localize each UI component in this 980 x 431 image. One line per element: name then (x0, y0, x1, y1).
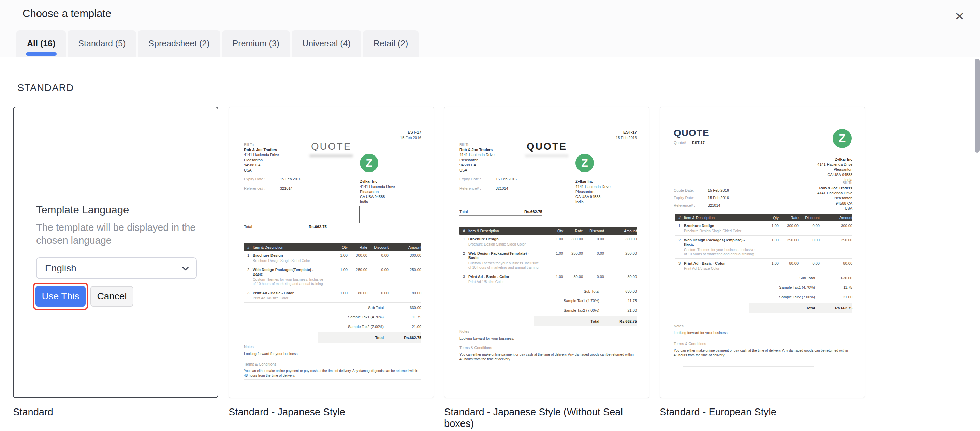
doc-title: QUOTE (674, 127, 710, 138)
company-logo: Z (360, 154, 378, 172)
invoice-items-table: # Item & Description Qty Rate Discount A… (675, 214, 853, 313)
selected-template-card: Template Language The template will be d… (13, 107, 218, 398)
total-summary-line: TotalRs.662.75 (460, 210, 542, 217)
bill-to-block: Bill To Rob & Joe Traders 4141 Hacienda … (244, 142, 279, 173)
terms-block: Terms & Conditions You can either make o… (674, 342, 853, 358)
subtotal-row: Sub Total630.00 (749, 273, 853, 283)
active-tab-underline (26, 52, 57, 56)
language-select-value: English (45, 263, 76, 274)
template-name-japanese-no-seal: Standard - Japanese Style (Without Seal … (444, 406, 630, 429)
tax2-row: Sample Tax2 (7.00%)21.00 (318, 322, 421, 331)
template-name-standard: Standard (13, 406, 199, 418)
table-row: 2 Web Design Packages(Template) - BasicC… (460, 249, 637, 272)
reference-row: Reference# :321014 (674, 203, 721, 208)
tax1-row: Sample Tax1 (4.70%)11.75 (749, 283, 853, 292)
tab-standard[interactable]: Standard (5) (68, 30, 136, 57)
tax1-row: Sample Tax1 (4.70%)11.75 (318, 312, 421, 322)
template-cards-row: Template Language The template will be d… (13, 107, 865, 429)
footer-divider (683, 366, 814, 367)
expiry-date-row: Expiry Date:15 Feb 2016 (674, 196, 729, 200)
use-this-highlight-box: Use This (33, 283, 88, 310)
total-row: TotalRs.662.75 (534, 316, 637, 326)
template-name-european: Standard - European Style (660, 406, 846, 418)
vertical-scrollbar[interactable] (975, 59, 980, 153)
bill-to-block: Bill To Rob & Joe Traders 4141 Hacienda … (460, 142, 495, 173)
reference-row: Reference# :321014 (460, 186, 508, 191)
tab-spreadsheet-label: Spreadsheet (2) (148, 38, 210, 48)
template-name-japanese: Standard - Japanese Style (229, 406, 414, 418)
tab-all-label: All (16) (27, 38, 55, 48)
total-row: TotalRs.662.75 (318, 332, 421, 343)
page-title: Choose a template (22, 8, 111, 20)
expiry-date-row: Expiry Date :15 Feb 2016 (244, 177, 301, 182)
notes-block: Notes Looking forward for your business. (460, 329, 637, 340)
quote-number-row: Quote#EST-17 (674, 140, 705, 145)
modal-header: Choose a template ✕ All (16) Standard (5… (0, 0, 980, 57)
doc-subtitle-smudge (525, 154, 569, 157)
table-header: # Item & Description Qty Rate Discount A… (460, 227, 637, 235)
table-row: 1 Brochure DesignBrochure Design Single … (460, 235, 637, 249)
footer-divider (460, 377, 637, 377)
tab-spreadsheet[interactable]: Spreadsheet (2) (138, 30, 220, 57)
doc-number-block: EST-17 15 Feb 2016 (616, 130, 637, 140)
seal-boxes (359, 206, 422, 223)
total-summary-line: TotalRs.662.75 (244, 225, 327, 232)
tab-premium-label: Premium (3) (232, 38, 280, 48)
tax1-row: Sample Tax1 (4.70%)11.75 (534, 296, 637, 305)
company-logo: Z (576, 154, 594, 172)
tab-retail[interactable]: Retail (2) (363, 30, 418, 57)
company-logo: Z (833, 129, 852, 148)
invoice-items-table: # Item & Description Qty Rate Discount A… (460, 227, 637, 326)
table-row: 1 Brochure DesignBrochure Design Single … (675, 221, 853, 235)
total-row: TotalRs.662.75 (749, 303, 853, 313)
tab-universal-label: Universal (4) (302, 38, 351, 48)
language-panel-title: Template Language (36, 204, 129, 216)
tax2-row: Sample Tax2 (7.00%)21.00 (749, 292, 853, 302)
tab-universal[interactable]: Universal (4) (292, 30, 361, 57)
tab-premium[interactable]: Premium (3) (222, 30, 290, 57)
table-row: 1 Brochure DesignBrochure Design Single … (244, 251, 421, 265)
language-panel-description: The template will be displayed in the ch… (36, 221, 200, 247)
subtotal-row: Sub Total630.00 (318, 303, 421, 312)
bill-to-block: Bill To Rob & Joe Traders 4141 Hacienda … (817, 180, 853, 211)
use-this-button[interactable]: Use This (35, 286, 86, 307)
company-address-block: Zylkar Inc 4141 Hacienda Drive Pleasanto… (817, 157, 853, 183)
seal-box (360, 206, 380, 223)
doc-number-block: EST-17 15 Feb 2016 (400, 130, 421, 140)
invoice-items-table: # Item & Description Qty Rate Discount A… (244, 243, 421, 343)
tab-bar: All (16) Standard (5) Spreadsheet (2) Pr… (16, 30, 420, 57)
expiry-date-row: Expiry Date :15 Feb 2016 (460, 177, 517, 182)
company-address-block: Zylkar Inc 4141 Hacienda Drive Pleasanto… (576, 179, 611, 205)
footer-divider (244, 379, 421, 380)
table-row: 3 Print Ad - Basic - ColorPrint Ad 1/8 s… (675, 259, 853, 273)
table-row: 2 Web Design Packages(Template) - BasicC… (675, 235, 853, 259)
notes-block: Notes Looking forward for your business. (244, 345, 421, 356)
tab-retail-label: Retail (2) (374, 38, 408, 48)
template-thumb-japanese[interactable]: EST-17 15 Feb 2016 QUOTE Bill To Rob & J… (229, 107, 434, 398)
company-address-block: Zylkar Inc 4141 Hacienda Drive Pleasanto… (360, 179, 395, 205)
doc-subtitle-smudge (309, 154, 353, 157)
table-row: 3 Print Ad - Basic - ColorPrint Ad 1/8 s… (460, 272, 637, 286)
template-thumb-european[interactable]: QUOTE Quote#EST-17 Z Zylkar Inc 4141 Hac… (660, 107, 865, 398)
section-heading: STANDARD (18, 82, 74, 94)
close-icon[interactable]: ✕ (951, 8, 968, 25)
seal-box (380, 206, 401, 223)
table-row: 2 Web Design Packages(Template) - BasicC… (244, 265, 421, 288)
language-select[interactable]: English (36, 258, 197, 279)
reference-row: Reference# :321014 (244, 186, 293, 191)
chevron-down-icon (182, 264, 189, 271)
table-header: # Item & Description Qty Rate Discount A… (244, 243, 421, 251)
cancel-button[interactable]: Cancel (91, 286, 134, 307)
terms-block: Terms & Conditions You can either make o… (244, 362, 421, 378)
notes-block: Notes Looking forward for your business. (674, 324, 853, 335)
quote-date-row: Quote Date:15 Feb 2016 (674, 188, 729, 193)
terms-block: Terms & Conditions You can either make o… (460, 346, 637, 362)
template-thumb-japanese-no-seal[interactable]: EST-17 15 Feb 2016 QUOTE Bill To Rob & J… (444, 107, 649, 398)
tab-standard-label: Standard (5) (78, 38, 126, 48)
tax2-row: Sample Tax2 (7.00%)21.00 (534, 305, 637, 315)
tab-all[interactable]: All (16) (16, 30, 66, 57)
table-row: 3 Print Ad - Basic - ColorPrint Ad 1/8 s… (244, 288, 421, 303)
table-header: # Item & Description Qty Rate Discount A… (675, 214, 853, 221)
subtotal-row: Sub Total630.00 (534, 286, 637, 296)
seal-box (401, 206, 422, 223)
